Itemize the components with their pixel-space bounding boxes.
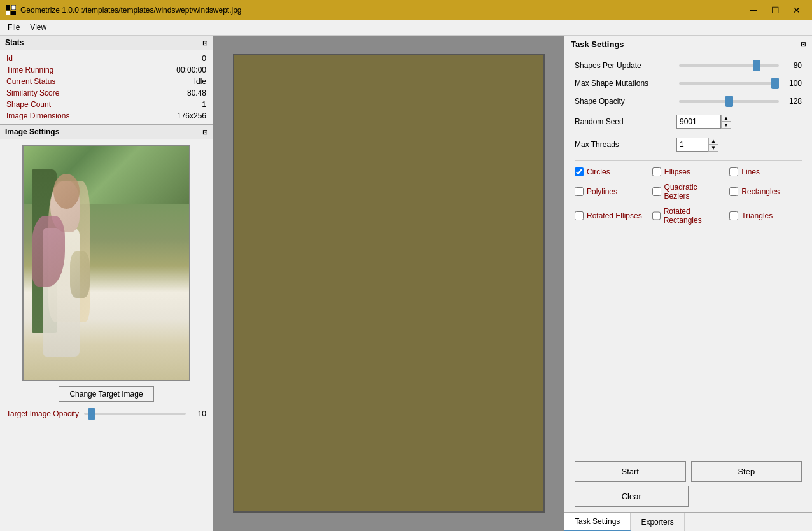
task-settings-header: Task Settings ⊡ bbox=[564, 36, 812, 53]
stats-row-dimensions: Image Dimensions 176x256 bbox=[0, 110, 213, 122]
checkbox-quadratic-beziers[interactable]: Quadratic Beziers bbox=[652, 183, 725, 201]
shape-checkboxes-grid: Circles Ellipses Lines Polylines Quadrat… bbox=[575, 167, 802, 225]
checkbox-rectangles[interactable]: Rectangles bbox=[729, 183, 802, 201]
checkbox-ellipses[interactable]: Ellipses bbox=[652, 167, 725, 176]
left-panel: Stats ⊡ Id 0 Time Running 00:00:00 Curre… bbox=[0, 36, 213, 531]
svg-rect-0 bbox=[6, 5, 10, 10]
random-seed-row: Random Seed ▲ ▼ bbox=[575, 115, 802, 129]
checkbox-rotated-ellipses[interactable]: Rotated Ellipses bbox=[575, 207, 647, 225]
checkbox-triangles-input[interactable] bbox=[729, 211, 738, 220]
shape-opacity-label: Shape Opacity bbox=[575, 97, 676, 106]
shapes-per-update-slider[interactable] bbox=[679, 64, 779, 67]
max-threads-input[interactable] bbox=[676, 138, 708, 152]
tab-exporters[interactable]: Exporters bbox=[631, 513, 684, 531]
close-button[interactable]: ✕ bbox=[787, 3, 807, 17]
checkbox-polylines-label: Polylines bbox=[587, 187, 617, 196]
checkbox-lines-label: Lines bbox=[741, 167, 760, 176]
checkbox-ellipses-input[interactable] bbox=[652, 167, 661, 176]
shape-opacity-row: Shape Opacity 128 bbox=[575, 97, 802, 106]
opacity-value: 10 bbox=[191, 409, 206, 418]
settings-divider bbox=[575, 160, 802, 161]
image-preview bbox=[22, 145, 190, 381]
stats-row-time: Time Running 00:00:00 bbox=[0, 64, 213, 76]
change-target-button[interactable]: Change Target Image bbox=[59, 386, 153, 402]
stats-label-dimensions: Image Dimensions bbox=[6, 111, 69, 120]
checkbox-rotellipses-input[interactable] bbox=[575, 211, 584, 220]
stats-label-similarity: Similarity Score bbox=[6, 88, 59, 97]
menu-bar: File View bbox=[0, 20, 812, 36]
stats-label-id: Id bbox=[6, 54, 13, 63]
max-shape-mutations-slider[interactable] bbox=[679, 82, 779, 85]
checkbox-triangles[interactable]: Triangles bbox=[729, 207, 802, 225]
stats-value-shapecount: 1 bbox=[202, 100, 206, 109]
image-preview-container: Change Target Image bbox=[0, 139, 213, 407]
stats-value-dimensions: 176x256 bbox=[177, 111, 206, 120]
image-settings-title: Image Settings bbox=[5, 127, 59, 136]
random-seed-decrement[interactable]: ▼ bbox=[721, 122, 731, 129]
checkbox-rotrects-input[interactable] bbox=[652, 211, 661, 220]
stats-row-similarity: Similarity Score 80.48 bbox=[0, 87, 213, 99]
start-button[interactable]: Start bbox=[575, 461, 686, 482]
tab-task-settings[interactable]: Task Settings bbox=[564, 513, 631, 531]
checkbox-triangles-label: Triangles bbox=[741, 211, 773, 220]
stats-value-time: 00:00:00 bbox=[176, 66, 206, 74]
checkbox-circles-input[interactable] bbox=[575, 167, 584, 176]
checkbox-rotrects-label: Rotated Rectangles bbox=[664, 207, 725, 225]
clear-button[interactable]: Clear bbox=[575, 486, 689, 507]
stats-title: Stats bbox=[5, 38, 24, 47]
max-threads-increment[interactable]: ▲ bbox=[708, 138, 718, 145]
checkbox-polylines[interactable]: Polylines bbox=[575, 183, 647, 201]
checkbox-lines-input[interactable] bbox=[729, 167, 738, 176]
stats-collapse-icon[interactable]: ⊡ bbox=[202, 39, 207, 46]
shape-opacity-value: 128 bbox=[781, 97, 802, 106]
max-threads-spin-controls: ▲ ▼ bbox=[708, 138, 718, 152]
maximize-button[interactable]: ☐ bbox=[765, 3, 785, 17]
image-settings-header: Image Settings ⊡ bbox=[0, 125, 213, 139]
app-icon bbox=[5, 4, 17, 16]
app-title: Geometrize 1.0.0 :/templates/templates/w… bbox=[20, 6, 242, 15]
stats-label-status: Current Status bbox=[6, 77, 55, 86]
painting-flowers bbox=[70, 251, 90, 299]
max-shape-mutations-label: Max Shape Mutations bbox=[575, 79, 676, 88]
stats-row-shapecount: Shape Count 1 bbox=[0, 99, 213, 110]
checkbox-circles[interactable]: Circles bbox=[575, 167, 647, 176]
stats-table: Id 0 Time Running 00:00:00 Current Statu… bbox=[0, 50, 213, 124]
image-settings-panel: Image Settings ⊡ Change Target Image bbox=[0, 125, 213, 531]
max-shape-mutations-row: Max Shape Mutations 100 bbox=[575, 79, 802, 88]
title-bar: Geometrize 1.0.0 :/templates/templates/w… bbox=[0, 0, 812, 20]
opacity-row: Target Image Opacity 10 bbox=[0, 407, 213, 421]
random-seed-label: Random Seed bbox=[575, 117, 676, 126]
menu-file[interactable]: File bbox=[3, 22, 25, 34]
shape-opacity-slider[interactable] bbox=[679, 100, 779, 103]
step-button[interactable]: Step bbox=[691, 461, 802, 482]
task-settings-title: Task Settings bbox=[571, 39, 624, 49]
task-settings-collapse-icon[interactable]: ⊡ bbox=[801, 41, 806, 48]
svg-rect-1 bbox=[11, 5, 16, 10]
menu-view[interactable]: View bbox=[25, 22, 52, 34]
bottom-tabs: Task Settings Exporters bbox=[564, 512, 812, 531]
shapes-per-update-value: 80 bbox=[781, 61, 802, 70]
title-bar-controls: ─ ☐ ✕ bbox=[743, 3, 807, 17]
stats-value-similarity: 80.48 bbox=[187, 88, 206, 97]
output-canvas bbox=[233, 54, 545, 513]
checkbox-quadbez-label: Quadratic Beziers bbox=[664, 183, 725, 201]
shapes-per-update-label: Shapes Per Update bbox=[575, 61, 676, 70]
checkbox-lines[interactable]: Lines bbox=[729, 167, 802, 176]
random-seed-input[interactable] bbox=[676, 115, 721, 129]
stats-label-time: Time Running bbox=[6, 66, 53, 74]
action-buttons: Start Step Clear bbox=[564, 456, 812, 512]
max-threads-decrement[interactable]: ▼ bbox=[708, 145, 718, 152]
opacity-slider[interactable] bbox=[84, 413, 186, 415]
shapes-per-update-row: Shapes Per Update 80 bbox=[575, 61, 802, 70]
stats-row-status: Current Status Idle bbox=[0, 76, 213, 87]
stats-value-id: 0 bbox=[202, 54, 206, 63]
random-seed-increment[interactable]: ▲ bbox=[721, 115, 731, 122]
checkbox-rotated-rectangles[interactable]: Rotated Rectangles bbox=[652, 207, 725, 225]
minimize-button[interactable]: ─ bbox=[743, 3, 764, 17]
checkbox-rects-input[interactable] bbox=[729, 187, 738, 196]
checkbox-polylines-input[interactable] bbox=[575, 187, 584, 196]
checkbox-quadbez-input[interactable] bbox=[652, 187, 661, 196]
opacity-label: Target Image Opacity bbox=[6, 409, 79, 418]
image-settings-collapse-icon[interactable]: ⊡ bbox=[202, 129, 207, 136]
task-settings-content: Shapes Per Update 80 Max Shape Mutations… bbox=[564, 53, 812, 456]
